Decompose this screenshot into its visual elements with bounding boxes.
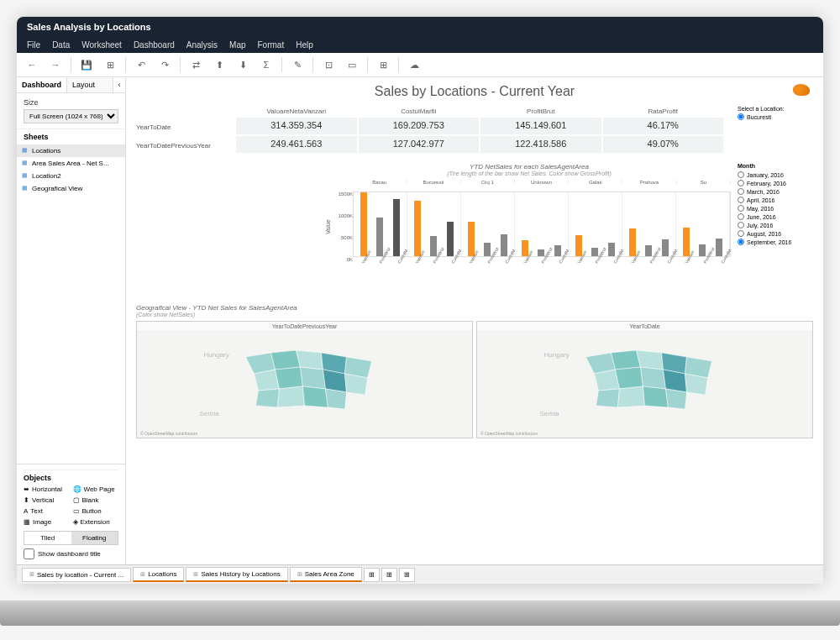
tiled-button[interactable]: Tiled (24, 532, 71, 544)
save-button[interactable]: 💾 (78, 56, 95, 73)
show-me-button[interactable]: ⊞ (375, 56, 391, 73)
object-blank[interactable]: ▢Blank (73, 496, 119, 504)
show-title-label: Show dashboard title (38, 550, 101, 558)
swap-button[interactable]: ⇄ (187, 56, 204, 73)
size-select[interactable]: Full Screen (1024 x 768) (24, 109, 118, 123)
y-axis-label: Value (325, 219, 331, 233)
kpi-row: 314.359.354169.209.753145.149.60146.17% (235, 117, 724, 135)
worksheet-tabs: ⊞Sales by location - Current ...⊞Locatio… (17, 564, 823, 584)
month-radio[interactable] (738, 205, 744, 212)
bar[interactable] (393, 199, 400, 256)
month-radio[interactable] (738, 230, 744, 237)
sheet-item[interactable]: Locations (17, 144, 125, 157)
bar[interactable] (554, 245, 561, 256)
window-title: Sales Analysis by Locations (17, 17, 823, 37)
object-vertical[interactable]: ⬍Vertical (24, 496, 70, 504)
worksheet-tab[interactable]: ⊞Sales by location - Current ... (22, 568, 131, 582)
new-data-button[interactable]: ⊞ (102, 56, 118, 73)
chart-title: YTD NetSales for each SalesAgentArea (328, 163, 731, 170)
bar[interactable] (447, 222, 454, 256)
object-web-page[interactable]: 🌐Web Page (73, 485, 119, 493)
sheets-header: Sheets (17, 129, 125, 144)
sort-desc-button[interactable]: ⬇ (234, 56, 251, 73)
sheet-item[interactable]: Geografical View (17, 182, 125, 195)
object-text[interactable]: AText (24, 507, 70, 515)
new-dashboard-button[interactable]: ⊞ (381, 568, 397, 582)
bar[interactable] (414, 201, 421, 256)
forward-button[interactable]: → (47, 56, 64, 73)
objects-header: Objects (24, 470, 118, 485)
kpi-header: ProfitBrut (480, 106, 602, 117)
object-button[interactable]: ▭Button (73, 507, 119, 515)
floating-button[interactable]: Floating (71, 532, 118, 544)
back-button[interactable]: ← (24, 56, 40, 73)
kpi-header: CostulMarfii (358, 106, 480, 117)
menubar: FileDataWorksheetDashboardAnalysisMapFor… (17, 37, 823, 53)
object-horizontal[interactable]: ⬌Horizontal (24, 485, 70, 493)
worksheet-tab[interactable]: ⊞Locations (133, 567, 184, 582)
dashboard-canvas: Sales by Locations - Current Year YearTo… (126, 77, 823, 564)
map-view[interactable]: YearToDatePreviousYearHungarySerbiaRoman… (136, 321, 473, 438)
kpi-header: ValoareNetaVanzari (235, 106, 358, 117)
kpi-table: ValoareNetaVanzariCostulMarfiiProfitBrut… (235, 106, 724, 155)
menu-worksheet[interactable]: Worksheet (81, 40, 122, 50)
sheet-item[interactable]: Location2 (17, 170, 125, 182)
bar[interactable] (662, 239, 669, 256)
month-radio[interactable] (738, 239, 744, 245)
menu-analysis[interactable]: Analysis (186, 40, 218, 50)
presentation-button[interactable]: ▭ (344, 56, 360, 73)
bar[interactable] (716, 239, 722, 256)
totals-button[interactable]: Σ (258, 56, 275, 73)
month-radio[interactable] (738, 188, 744, 195)
svg-text:Serbia: Serbia (540, 410, 560, 417)
bar[interactable] (360, 192, 367, 256)
new-story-button[interactable]: ⊞ (399, 568, 415, 582)
map-view[interactable]: YearToDateHungarySerbiaRomania© OpenStre… (476, 321, 813, 438)
bar[interactable] (699, 244, 706, 256)
month-filter: Month January, 2016February, 2016March, … (738, 163, 813, 297)
show-title-checkbox[interactable] (24, 548, 34, 559)
menu-map[interactable]: Map (229, 40, 245, 50)
chart-subtitle: (The length of the bar show Net Sales. C… (328, 170, 731, 176)
undo-button[interactable]: ↶ (133, 56, 150, 73)
month-radio[interactable] (738, 180, 744, 186)
geo-subtitle: (Color show NetSales) (136, 312, 813, 317)
month-radio[interactable] (738, 171, 744, 178)
tab-layout[interactable]: Layout (67, 77, 113, 92)
month-radio[interactable] (738, 213, 744, 220)
month-radio[interactable] (738, 197, 744, 203)
svg-text:Hungary: Hungary (204, 351, 229, 359)
sheet-item[interactable]: Area Sales Area - Net S... (17, 157, 125, 170)
bar[interactable] (376, 218, 383, 256)
redo-button[interactable]: ↷ (156, 56, 173, 73)
fit-button[interactable]: ⊡ (320, 56, 337, 73)
object-image[interactable]: ▦Image (24, 518, 70, 526)
highlight-button[interactable]: ✎ (289, 56, 306, 73)
geo-title: Geografical View - YTD Net Sales for Sal… (136, 304, 813, 312)
share-button[interactable]: ☁ (406, 56, 423, 73)
menu-file[interactable]: File (27, 40, 40, 50)
sort-asc-button[interactable]: ⬆ (211, 56, 228, 73)
svg-text:Serbia: Serbia (200, 410, 220, 417)
size-label: Size (24, 98, 118, 107)
svg-text:Hungary: Hungary (544, 351, 570, 359)
kpi-row: 249.461.563127.042.977122.418.58649.07% (235, 135, 724, 154)
tab-dashboard[interactable]: Dashboard (17, 77, 67, 92)
new-sheet-button[interactable]: ⊞ (364, 568, 380, 582)
bar[interactable] (608, 243, 615, 256)
month-radio[interactable] (738, 222, 744, 228)
bar[interactable] (501, 234, 507, 256)
worksheet-tab[interactable]: ⊞Sales Area Zone (290, 567, 362, 582)
menu-format[interactable]: Format (258, 40, 285, 50)
object-extension[interactable]: ◈Extension (73, 518, 119, 526)
worksheet-tab[interactable]: ⊞Sales History by Locations (186, 567, 287, 582)
menu-dashboard[interactable]: Dashboard (134, 40, 175, 50)
collapse-sidebar-button[interactable]: ‹ (113, 77, 125, 92)
menu-help[interactable]: Help (296, 40, 313, 50)
location-filter-label: Select a Location: (738, 106, 813, 112)
menu-data[interactable]: Data (52, 40, 70, 50)
logo-icon (793, 84, 810, 96)
location-radio[interactable] (738, 113, 744, 120)
bar-chart[interactable]: YTD NetSales for each SalesAgentArea (Th… (328, 163, 731, 297)
kpi-header: RataProfit (602, 106, 725, 117)
